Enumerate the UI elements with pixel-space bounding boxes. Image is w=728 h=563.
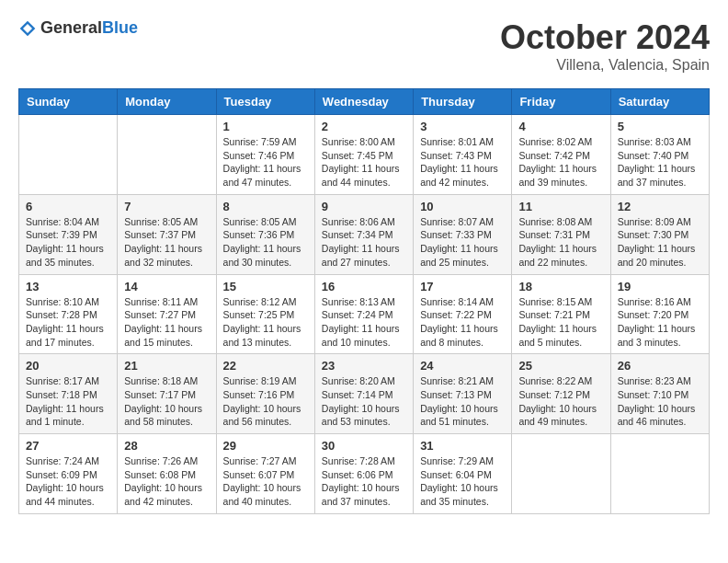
- calendar-day-header: Monday: [118, 89, 216, 115]
- day-number: 29: [223, 439, 308, 453]
- day-info: Sunrise: 8:21 AM Sunset: 7:13 PM Dayligh…: [420, 374, 505, 429]
- calendar-cell: 31Sunrise: 7:29 AM Sunset: 6:04 PM Dayli…: [414, 434, 512, 514]
- calendar-cell: 21Sunrise: 8:18 AM Sunset: 7:17 PM Dayli…: [118, 354, 216, 434]
- calendar-cell: 3Sunrise: 8:01 AM Sunset: 7:43 PM Daylig…: [414, 115, 512, 195]
- logo-blue-text: Blue: [102, 18, 138, 37]
- day-number: 4: [518, 120, 603, 133]
- calendar-cell: 30Sunrise: 7:28 AM Sunset: 6:06 PM Dayli…: [314, 434, 413, 514]
- day-info: Sunrise: 8:14 AM Sunset: 7:22 PM Dayligh…: [420, 295, 505, 350]
- day-number: 22: [223, 359, 308, 373]
- calendar-cell: 2Sunrise: 8:00 AM Sunset: 7:45 PM Daylig…: [314, 115, 413, 195]
- calendar-cell: 7Sunrise: 8:05 AM Sunset: 7:37 PM Daylig…: [118, 194, 216, 274]
- day-number: 14: [124, 280, 209, 293]
- calendar-cell: 27Sunrise: 7:24 AM Sunset: 6:09 PM Dayli…: [19, 434, 118, 514]
- calendar-cell: 16Sunrise: 8:13 AM Sunset: 7:24 PM Dayli…: [314, 274, 413, 354]
- day-info: Sunrise: 8:19 AM Sunset: 7:16 PM Dayligh…: [223, 374, 308, 429]
- day-number: 12: [618, 200, 702, 213]
- calendar-cell: [19, 115, 118, 195]
- day-info: Sunrise: 8:08 AM Sunset: 7:31 PM Dayligh…: [518, 215, 603, 270]
- logo: GeneralBlue: [18, 18, 138, 38]
- day-info: Sunrise: 8:13 AM Sunset: 7:24 PM Dayligh…: [322, 295, 406, 350]
- calendar-cell: 14Sunrise: 8:11 AM Sunset: 7:27 PM Dayli…: [118, 274, 216, 354]
- day-number: 19: [618, 280, 702, 293]
- calendar-week-row: 20Sunrise: 8:17 AM Sunset: 7:18 PM Dayli…: [19, 354, 710, 434]
- day-info: Sunrise: 8:02 AM Sunset: 7:42 PM Dayligh…: [518, 135, 603, 190]
- calendar-day-header: Sunday: [19, 89, 118, 115]
- calendar-cell: 11Sunrise: 8:08 AM Sunset: 7:31 PM Dayli…: [512, 194, 610, 274]
- day-number: 31: [420, 439, 505, 453]
- calendar-cell: 10Sunrise: 8:07 AM Sunset: 7:33 PM Dayli…: [414, 194, 512, 274]
- day-number: 24: [420, 359, 505, 373]
- calendar-cell: 24Sunrise: 8:21 AM Sunset: 7:13 PM Dayli…: [414, 354, 512, 434]
- day-number: 2: [322, 120, 406, 133]
- day-info: Sunrise: 8:00 AM Sunset: 7:45 PM Dayligh…: [322, 135, 406, 190]
- calendar-cell: 26Sunrise: 8:23 AM Sunset: 7:10 PM Dayli…: [610, 354, 709, 434]
- day-info: Sunrise: 8:01 AM Sunset: 7:43 PM Dayligh…: [420, 135, 505, 190]
- calendar-cell: [118, 115, 216, 195]
- day-number: 1: [223, 120, 308, 133]
- day-number: 30: [322, 439, 406, 453]
- calendar-cell: [512, 434, 610, 514]
- day-number: 10: [420, 200, 505, 213]
- calendar-cell: 12Sunrise: 8:09 AM Sunset: 7:30 PM Dayli…: [610, 194, 709, 274]
- day-info: Sunrise: 8:17 AM Sunset: 7:18 PM Dayligh…: [26, 374, 110, 429]
- day-number: 9: [322, 200, 406, 213]
- day-info: Sunrise: 7:27 AM Sunset: 6:07 PM Dayligh…: [223, 454, 308, 509]
- day-info: Sunrise: 7:29 AM Sunset: 6:04 PM Dayligh…: [420, 454, 505, 509]
- day-number: 26: [618, 359, 702, 373]
- day-number: 28: [124, 439, 209, 453]
- calendar-day-header: Tuesday: [216, 89, 314, 115]
- day-info: Sunrise: 7:24 AM Sunset: 6:09 PM Dayligh…: [26, 454, 110, 509]
- day-info: Sunrise: 8:06 AM Sunset: 7:34 PM Dayligh…: [322, 215, 406, 270]
- day-number: 6: [26, 200, 110, 213]
- day-info: Sunrise: 7:26 AM Sunset: 6:08 PM Dayligh…: [124, 454, 209, 509]
- day-number: 27: [26, 439, 110, 453]
- location-title: Villena, Valencia, Spain: [500, 57, 710, 74]
- logo-general-text: General: [40, 18, 102, 37]
- calendar-cell: 9Sunrise: 8:06 AM Sunset: 7:34 PM Daylig…: [314, 194, 413, 274]
- day-info: Sunrise: 8:11 AM Sunset: 7:27 PM Dayligh…: [124, 295, 209, 350]
- day-number: 16: [322, 280, 406, 293]
- day-number: 21: [124, 359, 209, 373]
- calendar-cell: 20Sunrise: 8:17 AM Sunset: 7:18 PM Dayli…: [19, 354, 118, 434]
- day-info: Sunrise: 8:03 AM Sunset: 7:40 PM Dayligh…: [618, 135, 702, 190]
- day-info: Sunrise: 8:12 AM Sunset: 7:25 PM Dayligh…: [223, 295, 308, 350]
- calendar-week-row: 1Sunrise: 7:59 AM Sunset: 7:46 PM Daylig…: [19, 115, 710, 195]
- calendar-cell: 6Sunrise: 8:04 AM Sunset: 7:39 PM Daylig…: [19, 194, 118, 274]
- calendar-cell: [610, 434, 709, 514]
- day-number: 23: [322, 359, 406, 373]
- day-number: 13: [26, 280, 110, 293]
- calendar-week-row: 27Sunrise: 7:24 AM Sunset: 6:09 PM Dayli…: [19, 434, 710, 514]
- calendar-cell: 17Sunrise: 8:14 AM Sunset: 7:22 PM Dayli…: [414, 274, 512, 354]
- calendar-cell: 25Sunrise: 8:22 AM Sunset: 7:12 PM Dayli…: [512, 354, 610, 434]
- calendar-week-row: 13Sunrise: 8:10 AM Sunset: 7:28 PM Dayli…: [19, 274, 710, 354]
- calendar-cell: 23Sunrise: 8:20 AM Sunset: 7:14 PM Dayli…: [314, 354, 413, 434]
- calendar-cell: 15Sunrise: 8:12 AM Sunset: 7:25 PM Dayli…: [216, 274, 314, 354]
- calendar-cell: 29Sunrise: 7:27 AM Sunset: 6:07 PM Dayli…: [216, 434, 314, 514]
- calendar-cell: 5Sunrise: 8:03 AM Sunset: 7:40 PM Daylig…: [610, 115, 709, 195]
- calendar-day-header: Saturday: [610, 89, 709, 115]
- day-info: Sunrise: 8:04 AM Sunset: 7:39 PM Dayligh…: [26, 215, 110, 270]
- day-number: 18: [518, 280, 603, 293]
- day-info: Sunrise: 8:05 AM Sunset: 7:37 PM Dayligh…: [124, 215, 209, 270]
- day-info: Sunrise: 8:18 AM Sunset: 7:17 PM Dayligh…: [124, 374, 209, 429]
- day-number: 5: [618, 120, 702, 133]
- calendar-day-header: Wednesday: [314, 89, 413, 115]
- day-info: Sunrise: 8:10 AM Sunset: 7:28 PM Dayligh…: [26, 295, 110, 350]
- logo-icon: [18, 19, 37, 38]
- day-number: 3: [420, 120, 505, 133]
- day-info: Sunrise: 8:09 AM Sunset: 7:30 PM Dayligh…: [618, 215, 702, 270]
- day-info: Sunrise: 7:28 AM Sunset: 6:06 PM Dayligh…: [322, 454, 406, 509]
- calendar-cell: 13Sunrise: 8:10 AM Sunset: 7:28 PM Dayli…: [19, 274, 118, 354]
- calendar-cell: 8Sunrise: 8:05 AM Sunset: 7:36 PM Daylig…: [216, 194, 314, 274]
- day-info: Sunrise: 8:16 AM Sunset: 7:20 PM Dayligh…: [618, 295, 702, 350]
- day-info: Sunrise: 8:07 AM Sunset: 7:33 PM Dayligh…: [420, 215, 505, 270]
- day-info: Sunrise: 8:22 AM Sunset: 7:12 PM Dayligh…: [518, 374, 603, 429]
- day-number: 8: [223, 200, 308, 213]
- calendar-cell: 18Sunrise: 8:15 AM Sunset: 7:21 PM Dayli…: [512, 274, 610, 354]
- day-info: Sunrise: 7:59 AM Sunset: 7:46 PM Dayligh…: [223, 135, 308, 190]
- calendar-cell: 22Sunrise: 8:19 AM Sunset: 7:16 PM Dayli…: [216, 354, 314, 434]
- calendar-cell: 19Sunrise: 8:16 AM Sunset: 7:20 PM Dayli…: [610, 274, 709, 354]
- calendar-cell: 1Sunrise: 7:59 AM Sunset: 7:46 PM Daylig…: [216, 115, 314, 195]
- calendar-cell: 4Sunrise: 8:02 AM Sunset: 7:42 PM Daylig…: [512, 115, 610, 195]
